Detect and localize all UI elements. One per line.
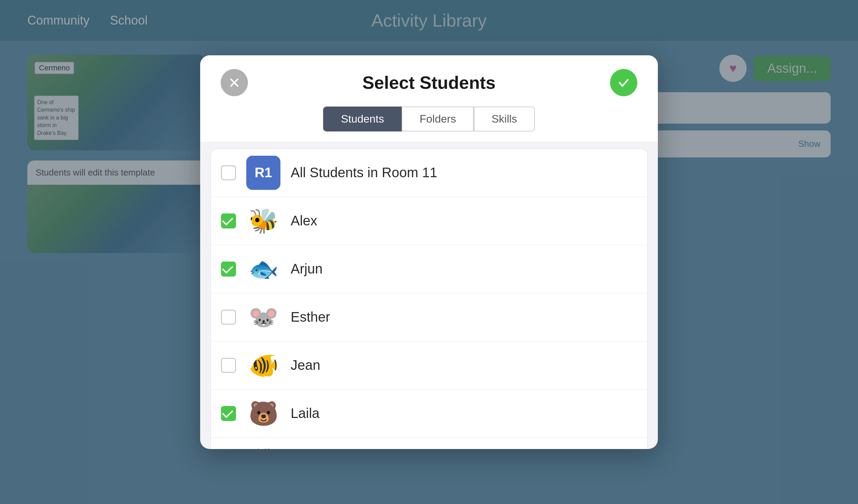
avatar-musashi: 🦁 <box>246 445 280 449</box>
checkbox-alex[interactable] <box>221 213 236 228</box>
modal-header: Select Students <box>200 55 658 107</box>
student-name-esther: Esther <box>291 309 330 325</box>
student-row-jean[interactable]: 🐠 Jean <box>211 341 647 390</box>
student-row-musashi[interactable]: 🦁 Musashi <box>211 438 647 449</box>
avatar-room11: R1 <box>246 156 280 190</box>
student-name-alex: Alex <box>291 213 317 228</box>
student-name-laila: Laila <box>291 406 320 421</box>
checkbox-arjun[interactable] <box>221 262 236 277</box>
checkbox-esther[interactable] <box>221 310 236 325</box>
tab-skills[interactable]: Skills <box>474 107 535 131</box>
confirm-button[interactable] <box>610 69 637 96</box>
modal-overlay: Select Students Students Folders Skills … <box>0 0 858 504</box>
tab-bar: Students Folders Skills <box>200 107 658 142</box>
student-row-alex[interactable]: 🐝 Alex <box>211 197 647 245</box>
student-row-arjun[interactable]: 🐟 Arjun <box>211 245 647 293</box>
student-name-arjun: Arjun <box>291 261 322 277</box>
tab-folders[interactable]: Folders <box>402 107 474 131</box>
tab-students[interactable]: Students <box>323 107 402 131</box>
close-button[interactable] <box>221 69 248 96</box>
student-row-room11[interactable]: R1 All Students in Room 11 <box>211 149 647 197</box>
modal-body: R1 All Students in Room 11 🐝 Alex 🐟 Arju… <box>200 142 658 449</box>
checkbox-laila[interactable] <box>221 406 236 421</box>
student-name-jean: Jean <box>291 358 320 373</box>
checkbox-jean[interactable] <box>221 358 236 373</box>
student-row-esther[interactable]: 🐭 Esther <box>211 293 647 341</box>
avatar-esther: 🐭 <box>246 300 280 334</box>
modal-title: Select Students <box>248 72 610 93</box>
checkbox-room11[interactable] <box>221 165 236 180</box>
student-name-room11: All Students in Room 11 <box>291 165 437 180</box>
student-list: R1 All Students in Room 11 🐝 Alex 🐟 Arju… <box>210 149 648 449</box>
avatar-laila: 🐻 <box>246 396 280 431</box>
student-row-laila[interactable]: 🐻 Laila <box>211 390 647 438</box>
avatar-alex: 🐝 <box>246 204 280 238</box>
modal: Select Students Students Folders Skills … <box>200 55 658 449</box>
avatar-jean: 🐠 <box>246 348 280 382</box>
avatar-arjun: 🐟 <box>246 252 280 286</box>
